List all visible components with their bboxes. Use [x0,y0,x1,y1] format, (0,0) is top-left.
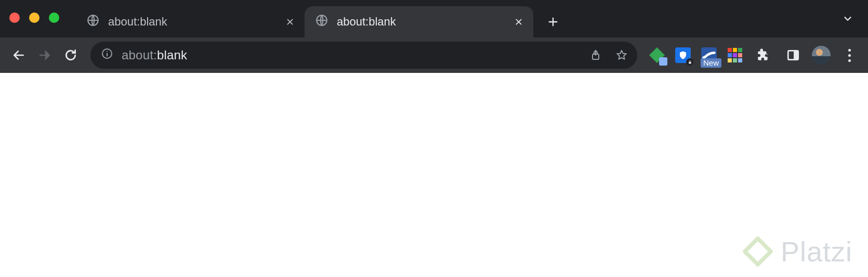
window-close-button[interactable] [9,12,20,23]
extension-green-shield[interactable] [648,46,666,65]
extensions-button[interactable] [752,44,774,67]
bookmark-button[interactable] [612,46,631,65]
extension-color-grid[interactable] [726,46,744,65]
kebab-icon [848,49,851,62]
tabs: about:blank about:blank [76,0,533,37]
page-viewport: Platzi [0,73,868,277]
watermark: Platzi [742,235,852,268]
globe-icon [315,14,328,30]
extensions-row: New [648,44,861,67]
extension-blue-shield[interactable] [674,46,692,65]
svg-point-4 [107,51,108,52]
extension-stream[interactable]: New [700,46,718,65]
tab-title: about:blank [337,15,511,29]
side-panel-button[interactable] [782,44,805,67]
back-button[interactable] [7,44,30,67]
svg-rect-8 [794,51,798,59]
reload-button[interactable] [59,44,82,67]
tab-close-button[interactable] [511,15,526,29]
tab-close-button[interactable] [283,15,297,29]
lock-icon [686,58,693,66]
tab-strip: about:blank about:blank [0,0,868,37]
window-controls [9,12,59,23]
site-info-icon[interactable] [101,47,113,63]
browser-tab[interactable]: about:blank [76,6,305,37]
browser-menu-button[interactable] [838,44,861,67]
watermark-text: Platzi [781,235,852,268]
url-text: about:blank [122,48,586,62]
browser-tab-active[interactable]: about:blank [305,6,533,37]
profile-button[interactable] [812,46,831,65]
svg-rect-6 [689,61,691,64]
address-bar[interactable]: about:blank [90,42,637,69]
forward-button[interactable] [33,44,56,67]
new-tab-button[interactable] [543,11,563,32]
tabs-overflow-button[interactable] [842,0,853,37]
window-zoom-button[interactable] [49,12,59,23]
globe-icon [86,14,100,30]
avatar-icon [812,46,831,65]
window-minimize-button[interactable] [29,12,40,23]
diamond-icon [742,236,773,267]
toolbar: about:blank [0,37,868,73]
tab-title: about:blank [108,15,283,29]
share-button[interactable] [586,46,605,65]
extension-badge: New [701,58,721,68]
grid-icon [728,48,742,62]
extension-indicator-icon [659,57,667,66]
